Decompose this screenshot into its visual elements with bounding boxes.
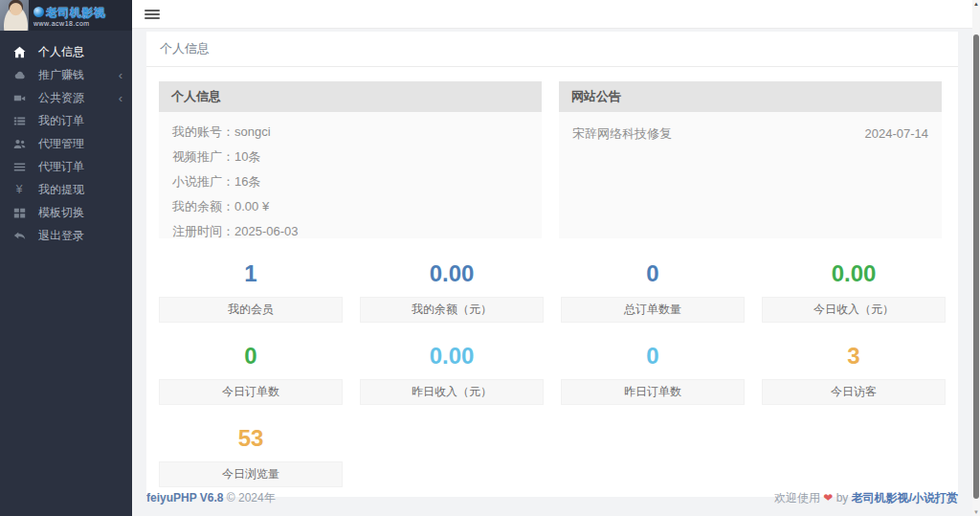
sidebar-item-label: 退出登录 [38,228,122,244]
stat-value: 0 [159,334,343,379]
announcement-panel-body: 宋辞网络科技修复 2024-07-14 [559,112,942,238]
stat-value: 0 [561,252,745,297]
footer: feiyuPHP V6.8 © 2024年 欢迎使用 ❤ by 老司机影视/小说… [146,490,958,506]
home-icon [12,45,26,58]
profile-register-date: 注册时间：2025-06-03 [172,219,528,244]
profile-panel-body: 我的账号：songci 视频推广：10条 小说推广：16条 我的余额：0.00 … [159,112,542,238]
sidebar-item-label: 代理订单 [38,159,122,175]
logout-icon [12,229,26,242]
scrollbar[interactable]: ▲ ▼ [972,0,980,516]
profile-balance: 我的余额：0.00 ¥ [172,194,528,219]
scroll-up-icon[interactable]: ▲ [972,1,980,7]
stat-value: 53 [159,416,343,461]
yen-icon: ¥ [12,183,26,196]
sidebar-item-my-orders[interactable]: 我的订单 [0,109,132,132]
sidebar-nav: 个人信息 推广赚钱 ‹ 公共资源 ‹ 我的订单 代理管理 [0,31,132,247]
logo-bar[interactable]: 老司机影视 www.acw18.com [0,0,132,31]
sidebar-item-promotion[interactable]: 推广赚钱 ‹ [0,63,132,86]
stat-label: 今日浏览量 [159,461,343,487]
stat-my-balance: 0.00 我的余额（元） [360,252,544,323]
logo-swirl-icon [33,7,44,17]
profile-account: 我的账号：songci [172,120,528,145]
stat-today-pageviews: 53 今日浏览量 [159,416,343,487]
sidebar-item-label: 我的订单 [38,113,122,129]
sidebar-item-agent-orders[interactable]: 代理订单 [0,155,132,178]
sidebar-item-label: 推广赚钱 [38,67,119,83]
stat-today-income: 0.00 今日收入（元） [762,252,946,323]
sidebar-item-template-switch[interactable]: 模板切换 [0,201,132,224]
chevron-left-icon: ‹ [119,92,122,104]
profile-video-promo: 视频推广：10条 [172,145,528,169]
sidebar-item-label: 模板切换 [38,205,122,221]
stat-label: 今日收入（元） [762,297,946,323]
announcement-text: 宋辞网络科技修复 [572,120,672,148]
scrollbar-thumb[interactable] [973,34,979,499]
footer-copyright: © 2024年 [223,491,275,505]
stats-grid: 1 我的会员 0.00 我的余额（元） 0 总订单数量 0.00 今日收入（元） [159,252,946,487]
stat-value: 0.00 [360,252,544,297]
cloud-icon [12,68,26,81]
stat-label: 今日访客 [762,379,946,405]
users-icon [12,137,26,150]
page-title: 个人信息 [146,32,958,67]
stat-today-visitors: 3 今日访客 [762,334,946,405]
main-card: 个人信息 个人信息 我的账号：songci 视频推广：10条 小说推广：16条 … [146,32,958,497]
stat-label: 我的会员 [159,297,343,323]
sidebar-item-agent-management[interactable]: 代理管理 [0,132,132,155]
profile-panel: 个人信息 我的账号：songci 视频推广：10条 小说推广：16条 我的余额：… [159,81,542,238]
chevron-left-icon: ‹ [119,69,122,81]
stat-my-members: 1 我的会员 [159,252,343,323]
footer-by: by [833,491,851,505]
content: 个人信息 个人信息 我的账号：songci 视频推广：10条 小说推广：16条 … [146,32,958,497]
list-icon [12,114,26,127]
stat-yesterday-income: 0.00 昨日收入（元） [360,334,544,405]
stat-value: 0.00 [360,334,544,379]
stat-label: 昨日收入（元） [360,379,544,405]
footer-brand: feiyuPHP V6.8 [146,491,223,505]
logo: 老司机影视 www.acw18.com [33,4,106,27]
announcement-panel: 网站公告 宋辞网络科技修复 2024-07-14 [559,81,942,238]
stat-label: 我的余额（元） [360,297,544,323]
sidebar: 老司机影视 www.acw18.com 个人信息 推广赚钱 ‹ 公共资源 ‹ [0,0,132,516]
stat-total-orders: 0 总订单数量 [561,252,745,323]
stat-value: 1 [159,252,343,297]
announcement-item[interactable]: 宋辞网络科技修复 2024-07-14 [572,120,928,148]
topbar [132,0,972,29]
logo-url: www.acw18.com [33,20,106,27]
sidebar-item-my-withdrawals[interactable]: ¥ 我的提现 [0,178,132,201]
heart-icon: ❤ [823,491,833,505]
avatar [0,0,29,31]
announcement-date: 2024-07-14 [865,120,929,148]
stat-label: 总订单数量 [561,297,745,323]
footer-welcome: 欢迎使用 [774,491,823,505]
footer-link[interactable]: 老司机影视/小说打赏 [852,491,958,505]
sidebar-item-label: 公共资源 [38,90,119,106]
sidebar-item-logout[interactable]: 退出登录 [0,224,132,247]
sidebar-item-label: 我的提现 [38,182,122,198]
sidebar-item-personal-info[interactable]: 个人信息 [0,40,132,63]
profile-novel-promo: 小说推广：16条 [172,169,528,194]
stat-label: 今日订单数 [159,379,343,405]
grid-icon [12,206,26,219]
sidebar-item-label: 代理管理 [38,136,122,152]
stat-label: 昨日订单数 [561,379,745,405]
scroll-down-icon[interactable]: ▼ [972,509,980,515]
footer-right: 欢迎使用 ❤ by 老司机影视/小说打赏 [774,490,958,506]
logo-title: 老司机影视 [46,7,106,18]
stat-today-orders: 0 今日订单数 [159,334,343,405]
video-icon [12,91,26,104]
announcement-panel-title: 网站公告 [559,81,942,112]
stat-value: 0 [561,334,745,379]
main-area: 个人信息 个人信息 我的账号：songci 视频推广：10条 小说推广：16条 … [132,0,972,516]
footer-left: feiyuPHP V6.8 © 2024年 [146,490,276,506]
stat-yesterday-orders: 0 昨日订单数 [561,334,745,405]
profile-panel-title: 个人信息 [159,81,542,112]
sidebar-item-public-resources[interactable]: 公共资源 ‹ [0,86,132,109]
stat-value: 0.00 [762,252,946,297]
menu-icon[interactable] [145,8,160,21]
stat-value: 3 [762,334,946,379]
list-icon [12,160,26,173]
sidebar-item-label: 个人信息 [38,44,122,60]
